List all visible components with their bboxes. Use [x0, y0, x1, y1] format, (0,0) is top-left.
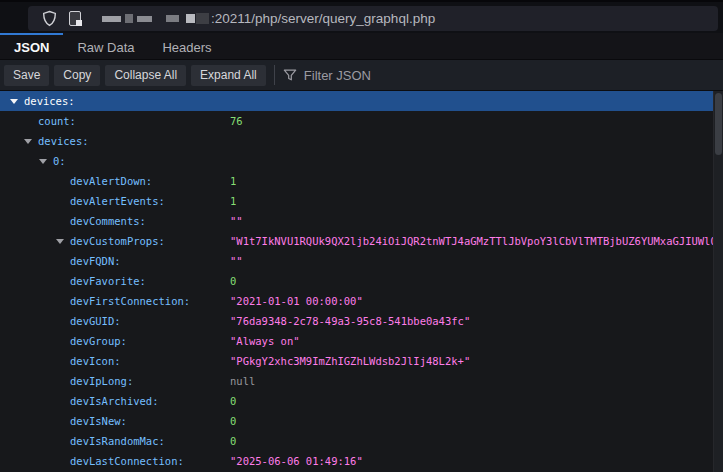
json-key: devFavorite: — [70, 271, 146, 291]
json-value: "PGkgY2xhc3M9ImZhIGZhLWdsb2JlIj48L2k+" — [230, 351, 470, 371]
json-key: devComments: — [70, 211, 146, 231]
json-row-devIsArchived[interactable]: devIsArchived:0 — [0, 391, 713, 411]
json-row-devFirstConnection[interactable]: devFirstConnection:"2021-01-01 00:00:00" — [0, 291, 713, 311]
json-key: devGUID: — [70, 311, 121, 331]
json-key: devIpLong: — [70, 371, 133, 391]
json-key: devGroup: — [70, 331, 127, 351]
json-value: null — [230, 371, 255, 391]
json-row-devCustomProps[interactable]: devCustomProps:"W1t7IkNVU1RQUk9QX2ljb24i… — [0, 231, 713, 251]
json-row-devAlertEvents[interactable]: devAlertEvents:1 — [0, 191, 713, 211]
json-value: "2021-01-01 00:00:00" — [230, 291, 363, 311]
json-key: devices: — [24, 91, 75, 111]
json-key: devAlertEvents: — [70, 191, 165, 211]
json-key: devIsRandomMac: — [70, 431, 165, 451]
toolbar-separator — [274, 65, 275, 85]
filter-placeholder: Filter JSON — [304, 68, 371, 83]
json-tree: devices:count:76devices:0:devAlertDown:1… — [0, 91, 713, 472]
tab-headers[interactable]: Headers — [148, 33, 225, 59]
json-value: 0 — [230, 411, 236, 431]
browser-chrome: :20211/php/server/query_graphql.php — [0, 0, 723, 33]
json-row-devLastConnection[interactable]: devLastConnection:"2025-06-06 01:49:16" — [0, 451, 713, 471]
json-value: "" — [230, 211, 243, 231]
json-value: "W1t7IkNVU1RQUk9QX2ljb24iOiJQR2tnWTJ4aGM… — [230, 231, 713, 251]
tab-raw-data[interactable]: Raw Data — [63, 33, 148, 59]
collapse-all-button[interactable]: Collapse All — [105, 65, 186, 86]
json-row-devComments[interactable]: devComments:"" — [0, 211, 713, 231]
json-row-devIpLong[interactable]: devIpLong:null — [0, 371, 713, 391]
expander-icon[interactable] — [10, 99, 18, 104]
json-row-count[interactable]: count:76 — [0, 111, 713, 131]
json-row-devGroup[interactable]: devGroup:"Always on" — [0, 331, 713, 351]
expander-icon[interactable] — [24, 139, 32, 144]
expander-icon[interactable] — [56, 239, 64, 244]
tab-json[interactable]: JSON — [0, 33, 63, 59]
json-row-devGUID[interactable]: devGUID:"76da9348-2c78-49a3-95c8-541bbe0… — [0, 311, 713, 331]
json-key: devIsNew: — [70, 411, 127, 431]
json-key: devIcon: — [70, 351, 121, 371]
json-key: devLastConnection: — [70, 451, 184, 471]
json-row-devIsRandomMac[interactable]: devIsRandomMac:0 — [0, 431, 713, 451]
json-viewer-tabbar: JSONRaw DataHeaders — [0, 33, 723, 60]
json-value: "" — [230, 251, 243, 271]
json-key: devices: — [38, 131, 89, 151]
json-value: "76da9348-2c78-49a3-95c8-541bbe0a43fc" — [230, 311, 470, 331]
json-value: 0 — [230, 271, 236, 291]
json-key: devCustomProps: — [70, 231, 165, 251]
json-row-devFavorite[interactable]: devFavorite:0 — [0, 271, 713, 291]
funnel-icon — [283, 68, 297, 82]
url-bar[interactable]: :20211/php/server/query_graphql.php — [28, 6, 718, 31]
json-value: 1 — [230, 171, 236, 191]
json-value: "Always on" — [230, 331, 300, 351]
vertical-scrollbar[interactable] — [713, 91, 723, 472]
json-key: 0: — [53, 151, 66, 171]
shield-icon[interactable] — [36, 6, 62, 31]
scrollbar-thumb[interactable] — [715, 93, 722, 155]
json-row-devices[interactable]: devices: — [0, 91, 713, 111]
save-button[interactable]: Save — [4, 65, 49, 86]
json-viewer-toolbar: SaveCopyCollapse AllExpand All Filter JS… — [0, 60, 723, 91]
json-value: 1 — [230, 191, 236, 211]
url-text[interactable]: :20211/php/server/query_graphql.php — [211, 11, 435, 26]
json-key: count: — [38, 111, 76, 131]
json-row-devAlertDown[interactable]: devAlertDown:1 — [0, 171, 713, 191]
redacted-host — [102, 13, 209, 24]
json-row-devices[interactable]: devices: — [0, 131, 713, 151]
json-key: devAlertDown: — [70, 171, 152, 191]
json-row-devFQDN[interactable]: devFQDN:"" — [0, 251, 713, 271]
expander-icon[interactable] — [39, 159, 47, 164]
copy-button[interactable]: Copy — [54, 65, 100, 86]
filter-json-input[interactable]: Filter JSON — [283, 68, 371, 83]
json-key: devIsArchived: — [70, 391, 159, 411]
expand-all-button[interactable]: Expand All — [191, 65, 266, 86]
json-value: 0 — [230, 391, 236, 411]
json-value: 76 — [230, 111, 243, 131]
json-row-devIcon[interactable]: devIcon:"PGkgY2xhc3M9ImZhIGZhLWdsb2JlIj4… — [0, 351, 713, 371]
json-value: 0 — [230, 431, 236, 451]
json-value: "2025-06-06 01:49:16" — [230, 451, 363, 471]
json-key: devFirstConnection: — [70, 291, 190, 311]
json-row-devIsNew[interactable]: devIsNew:0 — [0, 411, 713, 431]
json-key: devFQDN: — [70, 251, 121, 271]
json-row-0[interactable]: 0: — [0, 151, 713, 171]
page-icon[interactable] — [62, 6, 88, 31]
